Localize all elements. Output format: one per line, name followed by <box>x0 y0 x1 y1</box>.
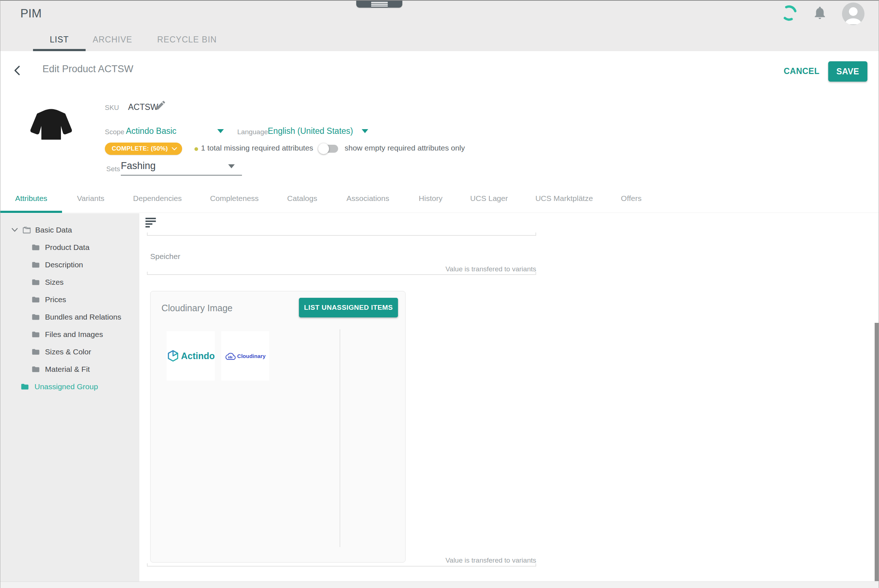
app-title: PIM <box>20 6 42 20</box>
tab-offers[interactable]: Offers <box>607 184 656 213</box>
cloudinary-logo-text: Cloudinary <box>237 353 266 359</box>
detail-tabs: Attributes Variants Dependencies Complet… <box>0 184 879 213</box>
speicher-field-underline[interactable] <box>147 274 536 275</box>
card-divider <box>339 329 340 547</box>
hamburger-icon <box>371 6 388 6</box>
tree-item-product-data[interactable]: Product Data <box>0 238 139 256</box>
tree-item-label: Sizes <box>45 278 63 286</box>
language-value[interactable]: English (United States) <box>268 126 353 136</box>
tab-catalogs[interactable]: Catalogs <box>273 184 331 213</box>
save-button[interactable]: SAVE <box>828 61 867 82</box>
tree-item-label: Material & Fit <box>45 365 90 374</box>
page-title: Edit Product ACTSW <box>42 63 134 75</box>
image-thumbnail-cloudinary[interactable]: Cloudinary <box>221 331 269 381</box>
horizontal-scrollbar-track[interactable] <box>0 582 879 588</box>
tab-list-label: LIST <box>50 35 69 45</box>
folder-icon <box>31 348 40 357</box>
cloudinary-field-underline <box>147 566 536 567</box>
toggle-knob <box>318 143 329 154</box>
tab-catalogs-label: Catalogs <box>287 194 317 203</box>
avatar[interactable] <box>842 3 864 27</box>
tree-item-material-and-fit[interactable]: Material & Fit <box>0 361 139 378</box>
tree-item-label: Unassigned Group <box>34 382 98 391</box>
pim-window: PIM <box>0 0 879 588</box>
image-thumbnail-actindo[interactable]: Actindo <box>166 331 215 381</box>
tab-archive-label: ARCHIVE <box>93 35 132 45</box>
hamburger-icon <box>371 2 388 3</box>
language-label: Language <box>237 128 268 136</box>
back-button[interactable] <box>10 63 25 77</box>
sets-caret-icon[interactable] <box>228 164 235 168</box>
sets-value[interactable]: Fashing <box>121 160 156 172</box>
tab-recycle-bin-label: RECYCLE BIN <box>157 35 217 45</box>
tree-item-sizes-and-color[interactable]: Sizes & Color <box>0 343 139 361</box>
tab-history[interactable]: History <box>405 184 457 213</box>
tab-variants[interactable]: Variants <box>62 184 119 213</box>
list-unassigned-items-button[interactable]: LIST UNASSIGNED ITEMS <box>299 298 398 317</box>
drag-handle[interactable] <box>356 1 402 8</box>
spinner-icon <box>780 4 798 23</box>
sweater-image <box>29 106 73 142</box>
tab-completeness[interactable]: Completeness <box>195 184 273 213</box>
vertical-scrollbar-thumb[interactable] <box>874 323 879 581</box>
cloudinary-card-title: Cloudinary Image <box>161 303 232 314</box>
align-left-icon[interactable] <box>146 217 157 229</box>
speicher-helper-text: Value is transfered to variants <box>147 265 536 273</box>
cloudinary-image-card: Cloudinary Image LIST UNASSIGNED ITEMS A… <box>150 291 406 562</box>
tab-ucs-marktplaetze[interactable]: UCS Marktplätze <box>521 184 607 213</box>
folder-icon <box>31 365 40 374</box>
sku-label: SKU <box>105 104 119 112</box>
product-image[interactable] <box>26 102 76 146</box>
attribute-field-underline[interactable] <box>147 235 536 236</box>
tab-offers-label: Offers <box>621 194 642 203</box>
warning-dot-icon <box>195 147 198 151</box>
tree-item-unassigned-group[interactable]: Unassigned Group <box>0 378 139 395</box>
show-empty-toggle[interactable] <box>319 145 338 153</box>
completeness-badge[interactable]: COMPLETE: (50%) <box>105 142 182 155</box>
tab-list[interactable]: LIST <box>33 28 86 51</box>
folder-icon <box>31 295 40 304</box>
sku-value: ACTSW <box>128 102 158 112</box>
scope-value[interactable]: Actindo Basic <box>126 126 176 136</box>
tree-item-label: Description <box>45 261 83 269</box>
product-summary: SKU ACTSW Scope Actindo Basic Language E… <box>0 87 879 184</box>
tree-item-basic-data[interactable]: Basic Data <box>0 221 139 238</box>
show-empty-toggle-label: show empty required attributes only <box>345 144 465 152</box>
chevron-down-icon <box>11 228 18 232</box>
folder-icon <box>20 382 29 392</box>
tab-archive[interactable]: ARCHIVE <box>86 28 139 51</box>
language-caret-icon[interactable] <box>362 129 368 133</box>
cloudinary-logo-icon <box>225 352 236 360</box>
chevron-down-icon <box>172 147 177 151</box>
tab-attributes[interactable]: Attributes <box>0 184 62 213</box>
cancel-button[interactable]: CANCEL <box>784 66 819 76</box>
tab-ucs-lager[interactable]: UCS Lager <box>457 184 521 213</box>
tree-item-label: Basic Data <box>35 226 72 234</box>
page-head: Edit Product ACTSW CANCEL SAVE <box>0 51 879 87</box>
tree-item-label: Bundles and Relations <box>45 313 121 321</box>
hamburger-icon <box>371 4 388 5</box>
edit-sku-pencil-icon[interactable] <box>155 99 166 112</box>
tab-ucs-marktplaetze-label: UCS Marktplätze <box>536 194 593 203</box>
tree-item-bundles-and-relations[interactable]: Bundles and Relations <box>0 308 139 326</box>
tab-associations[interactable]: Associations <box>331 184 405 213</box>
tree-item-prices[interactable]: Prices <box>0 291 139 308</box>
tab-completeness-label: Completeness <box>210 194 259 203</box>
folder-icon <box>31 243 40 252</box>
tree-item-label: Prices <box>45 295 66 304</box>
folder-icon <box>31 330 40 339</box>
tree-item-description[interactable]: Description <box>0 256 139 273</box>
completeness-badge-label: COMPLETE: (50%) <box>112 145 168 152</box>
tab-recycle-bin[interactable]: RECYCLE BIN <box>153 28 221 51</box>
tab-dependencies[interactable]: Dependencies <box>119 184 195 213</box>
scope-caret-icon[interactable] <box>217 129 224 133</box>
actindo-logo-text: Actindo <box>181 351 215 361</box>
tree-item-label: Files and Images <box>45 330 103 339</box>
tree-item-files-and-images[interactable]: Files and Images <box>0 326 139 343</box>
bell-icon[interactable] <box>812 5 828 22</box>
tab-associations-label: Associations <box>346 194 389 203</box>
folder-icon <box>31 261 40 270</box>
sets-underline <box>121 175 242 176</box>
tree-item-sizes[interactable]: Sizes <box>0 273 139 291</box>
tab-ucs-lager-label: UCS Lager <box>470 194 508 203</box>
